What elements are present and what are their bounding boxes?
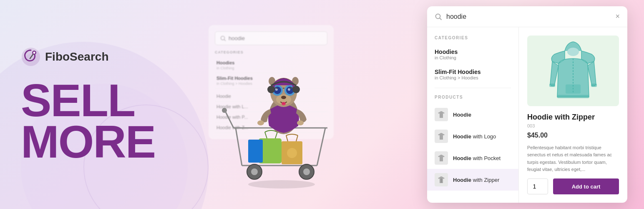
svg-line-9 (225, 111, 234, 128)
svg-rect-22 (248, 140, 263, 163)
headline-line2: MORE (21, 121, 179, 162)
logo-area: FiboSearch (21, 47, 179, 67)
svg-line-43 (440, 18, 442, 20)
category-item-slimfit[interactable]: Slim-Fit Hoodies in Clothing > Hoodies (427, 64, 518, 84)
search-input-row: × (427, 6, 627, 27)
product-detail-description: Pellentesque habitant morbi tristique se… (527, 144, 619, 173)
banner: FiboSearch SELL MORE hoodie CATEGORIES H… (0, 0, 644, 209)
category-item-hoodies[interactable]: Hoodies in Clothing (427, 44, 518, 64)
panel-body: CATEGORIES Hoodies in Clothing Slim-Fit … (427, 27, 627, 203)
product-detail-sku: 003 (527, 123, 619, 128)
products-label: PRODUCTS (427, 92, 518, 104)
middle-section: hoodie CATEGORIES Hoodiesin Clothing Sli… (200, 0, 359, 209)
headline-line1: SELL (21, 79, 179, 121)
product-item-logo[interactable]: Hoodie with Logo (427, 125, 518, 147)
product-item-zipper[interactable]: Hoodie with Zipper (427, 169, 518, 191)
svg-rect-48 (549, 84, 555, 87)
svg-line-17 (275, 132, 277, 138)
search-icon (435, 13, 442, 20)
svg-point-14 (303, 168, 310, 175)
product-name-hoodie: Hoodie (453, 112, 471, 118)
svg-line-7 (236, 128, 242, 166)
product-name-zipper: Hoodie with Zipper (453, 177, 499, 183)
hoodie-thumb-icon (436, 110, 446, 120)
headline: SELL MORE (21, 79, 179, 162)
product-name-logo: Hoodie with Logo (453, 133, 496, 140)
add-to-cart-button[interactable]: Add to cart (553, 178, 619, 194)
svg-line-16 (265, 132, 267, 138)
cart-character-svg (217, 32, 342, 199)
product-thumb-zipper (435, 173, 448, 186)
svg-point-25 (297, 120, 304, 125)
svg-line-19 (286, 135, 288, 141)
hoodie-pocket-thumb-icon (436, 153, 446, 163)
hoodie-logo-thumb-icon (436, 131, 446, 141)
svg-rect-49 (591, 84, 597, 87)
close-icon[interactable]: × (615, 12, 620, 21)
svg-point-40 (292, 86, 300, 93)
search-panel: × CATEGORIES Hoodies in Clothing Slim-Fi… (427, 6, 627, 203)
svg-point-10 (222, 108, 227, 113)
svg-rect-46 (566, 84, 581, 94)
category-name-hoodies: Hoodies (435, 48, 511, 55)
quantity-input[interactable] (527, 178, 548, 194)
fibosearch-logo-icon (21, 47, 41, 67)
cart-illustration (217, 32, 342, 201)
svg-point-28 (281, 96, 286, 99)
product-detail-image (527, 36, 619, 106)
hoodie-zipper-thumb-icon (436, 175, 446, 185)
product-hoodie-illustration (544, 38, 602, 103)
svg-point-41 (248, 180, 315, 189)
product-name-pocket: Hoodie with Pocket (453, 155, 501, 161)
category-sub-slimfit: in Clothing > Hoodies (435, 75, 511, 80)
search-input[interactable] (446, 13, 611, 20)
logo-text: FiboSearch (45, 50, 109, 64)
panel-left: CATEGORIES Hoodies in Clothing Slim-Fit … (427, 27, 519, 203)
product-item-pocket[interactable]: Hoodie with Pocket (427, 147, 518, 169)
svg-line-6 (317, 128, 325, 166)
product-detail-price: $45.00 (527, 132, 619, 139)
category-sub-hoodies: in Clothing (435, 55, 511, 60)
svg-rect-50 (557, 95, 589, 98)
svg-point-24 (257, 120, 264, 125)
svg-point-21 (287, 148, 297, 158)
svg-point-38 (282, 102, 286, 105)
product-thumb-hoodie (435, 108, 448, 121)
panel-right: Hoodie with Zipper 003 $45.00 Pellentesq… (519, 27, 627, 203)
svg-point-47 (567, 48, 579, 56)
right-section: × CATEGORIES Hoodies in Clothing Slim-Fi… (359, 6, 644, 203)
divider (435, 88, 511, 88)
categories-label: CATEGORIES (427, 34, 518, 44)
category-name-slimfit: Slim-Fit Hoodies (435, 69, 511, 75)
left-section: FiboSearch SELL MORE (0, 30, 200, 179)
svg-point-12 (251, 168, 258, 175)
add-to-cart-row: Add to cart (527, 178, 619, 194)
svg-point-2 (33, 52, 35, 54)
product-item-hoodie[interactable]: Hoodie (427, 104, 518, 125)
product-detail-title: Hoodie with Zipper (527, 113, 619, 122)
svg-line-20 (296, 135, 298, 141)
svg-point-39 (267, 86, 275, 93)
product-thumb-logo (435, 130, 448, 143)
product-thumb-pocket (435, 151, 448, 165)
